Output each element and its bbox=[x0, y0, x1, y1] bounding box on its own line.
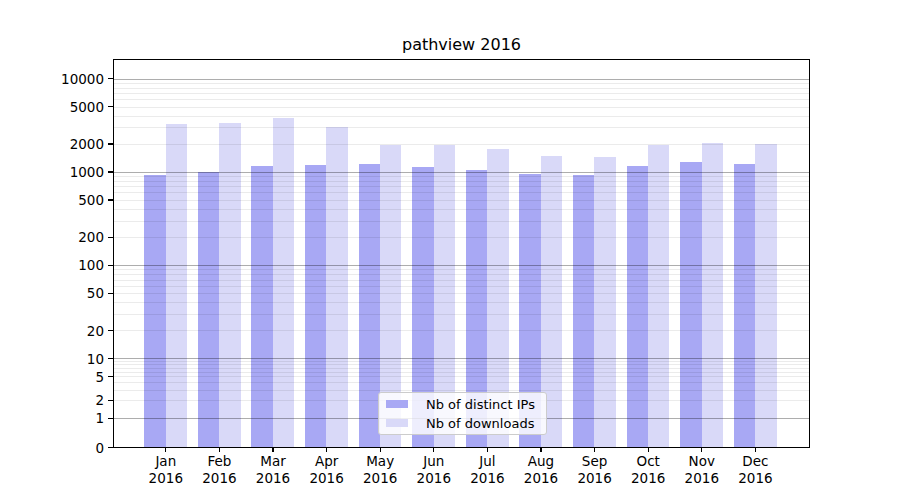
minor-gridline bbox=[114, 274, 809, 275]
x-tick-mark bbox=[326, 448, 327, 452]
x-tick-month: Jan bbox=[126, 453, 206, 470]
minor-gridline bbox=[114, 83, 809, 84]
x-tick-year: 2016 bbox=[287, 470, 367, 487]
bar-distinct-ips bbox=[573, 175, 594, 447]
x-tick-month: Oct bbox=[608, 453, 688, 470]
x-tick-mark bbox=[487, 448, 488, 452]
x-tick-month: Jul bbox=[447, 453, 527, 470]
x-tick-month: Aug bbox=[501, 453, 581, 470]
x-tick-mark bbox=[701, 448, 702, 452]
minor-gridline bbox=[114, 144, 809, 145]
minor-gridline bbox=[114, 280, 809, 281]
x-tick-mark bbox=[165, 448, 166, 452]
minor-gridline bbox=[114, 390, 809, 391]
y-tick-label: 50 bbox=[0, 285, 104, 301]
minor-gridline bbox=[114, 382, 809, 383]
legend-label-downloads: Nb of downloads bbox=[426, 416, 534, 431]
x-tick-mark bbox=[755, 448, 756, 452]
x-tick-year: 2016 bbox=[340, 470, 420, 487]
x-tick-label: Feb2016 bbox=[179, 453, 259, 486]
x-tick-month: Apr bbox=[287, 453, 367, 470]
x-tick-year: 2016 bbox=[662, 470, 742, 487]
x-tick-year: 2016 bbox=[447, 470, 527, 487]
minor-gridline bbox=[114, 176, 809, 177]
minor-gridline bbox=[114, 286, 809, 287]
minor-gridline bbox=[114, 181, 809, 182]
x-tick-year: 2016 bbox=[608, 470, 688, 487]
minor-gridline bbox=[114, 293, 809, 294]
y-tick-label: 0 bbox=[0, 440, 104, 456]
y-tick-label: 1 bbox=[0, 410, 104, 426]
minor-gridline bbox=[114, 269, 809, 270]
y-tick-label: 5 bbox=[0, 369, 104, 385]
bar-downloads bbox=[702, 143, 723, 447]
chart-figure: pathview 2016 10000500020001000500200100… bbox=[0, 0, 900, 500]
major-gridline bbox=[114, 79, 809, 80]
bar-distinct-ips bbox=[198, 172, 219, 448]
x-tick-month: Nov bbox=[662, 453, 742, 470]
minor-gridline bbox=[114, 200, 809, 201]
bar-distinct-ips bbox=[680, 162, 701, 448]
y-tick-label: 500 bbox=[0, 192, 104, 208]
minor-gridline bbox=[114, 368, 809, 369]
x-tick-mark bbox=[433, 448, 434, 452]
minor-gridline bbox=[114, 372, 809, 373]
x-tick-year: 2016 bbox=[179, 470, 259, 487]
minor-gridline bbox=[114, 302, 809, 303]
x-tick-year: 2016 bbox=[715, 470, 795, 487]
x-tick-label: Dec2016 bbox=[715, 453, 795, 486]
y-tick-label: 10 bbox=[0, 351, 104, 367]
x-tick-month: Feb bbox=[179, 453, 259, 470]
x-tick-label: Mar2016 bbox=[233, 453, 313, 486]
bar-distinct-ips bbox=[359, 164, 380, 447]
x-tick-year: 2016 bbox=[126, 470, 206, 487]
minor-gridline bbox=[114, 221, 809, 222]
legend-swatch-distinct-ips-icon bbox=[386, 400, 408, 409]
x-tick-mark bbox=[594, 448, 595, 452]
minor-gridline bbox=[114, 88, 809, 89]
minor-gridline bbox=[114, 186, 809, 187]
minor-gridline bbox=[114, 237, 809, 238]
y-tick-label: 10000 bbox=[0, 71, 104, 87]
x-tick-mark bbox=[648, 448, 649, 452]
x-tick-month: Jun bbox=[394, 453, 474, 470]
legend-label-distinct-ips: Nb of distinct IPs bbox=[426, 397, 535, 412]
x-tick-year: 2016 bbox=[233, 470, 313, 487]
y-tick-label: 5000 bbox=[0, 99, 104, 115]
major-gridline bbox=[114, 172, 809, 173]
bar-downloads bbox=[648, 145, 669, 448]
x-tick-year: 2016 bbox=[555, 470, 635, 487]
bar-distinct-ips bbox=[144, 175, 165, 448]
bar-distinct-ips bbox=[305, 165, 326, 447]
minor-gridline bbox=[114, 116, 809, 117]
bar-downloads bbox=[273, 118, 294, 448]
major-gridline bbox=[114, 358, 809, 359]
x-tick-mark bbox=[219, 448, 220, 452]
x-tick-label: Aug2016 bbox=[501, 453, 581, 486]
x-tick-month: Mar bbox=[233, 453, 313, 470]
minor-gridline bbox=[114, 361, 809, 362]
x-tick-month: May bbox=[340, 453, 420, 470]
x-tick-month: Sep bbox=[555, 453, 635, 470]
y-tick-label: 2000 bbox=[0, 136, 104, 152]
x-tick-mark bbox=[380, 448, 381, 452]
x-tick-label: Nov2016 bbox=[662, 453, 742, 486]
legend-item-downloads: Nb of downloads bbox=[386, 416, 546, 431]
y-tick-label: 100 bbox=[0, 257, 104, 273]
x-tick-label: Sep2016 bbox=[555, 453, 635, 486]
x-tick-mark bbox=[540, 448, 541, 452]
minor-gridline bbox=[114, 314, 809, 315]
x-tick-year: 2016 bbox=[501, 470, 581, 487]
legend-swatch-downloads-icon bbox=[386, 419, 408, 428]
x-tick-label: Jun2016 bbox=[394, 453, 474, 486]
y-tick-label: 1000 bbox=[0, 164, 104, 180]
minor-gridline bbox=[114, 209, 809, 210]
minor-gridline bbox=[114, 376, 809, 377]
chart-title: pathview 2016 bbox=[113, 35, 810, 54]
minor-gridline bbox=[114, 192, 809, 193]
major-gridline bbox=[114, 265, 809, 266]
bar-downloads bbox=[755, 144, 776, 448]
x-tick-label: Apr2016 bbox=[287, 453, 367, 486]
minor-gridline bbox=[114, 330, 809, 331]
minor-gridline bbox=[114, 107, 809, 108]
